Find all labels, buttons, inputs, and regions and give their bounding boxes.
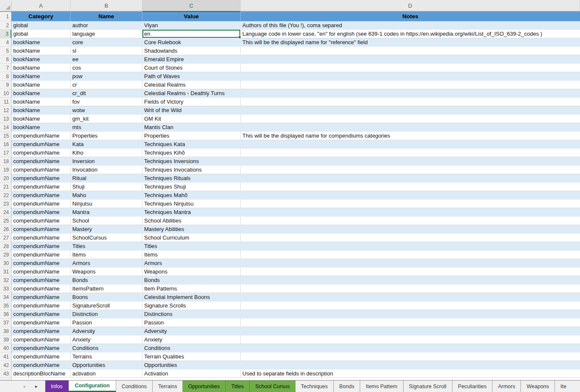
cell-C35[interactable]: Signature Scrolls [142, 302, 241, 310]
cell-C21[interactable]: Techniques Shuji [142, 183, 241, 191]
cell-D24[interactable] [241, 208, 580, 217]
cell-B19[interactable]: Invocation [71, 166, 142, 174]
cell-D35[interactable] [241, 302, 580, 310]
cell-C5[interactable]: Shadowlands [142, 47, 241, 55]
tabs-scroll-left-icon[interactable]: ◄ [22, 384, 26, 389]
cell-B41[interactable]: Terrains [71, 353, 142, 361]
cell-D39[interactable] [241, 336, 580, 344]
row-header-38[interactable]: 38 [0, 327, 11, 336]
cell-C22[interactable]: Techniques Mahõ [142, 191, 241, 200]
cell-B16[interactable]: Kata [71, 140, 142, 149]
cell-A34[interactable]: compendiumName [11, 293, 71, 302]
cell-C6[interactable]: Emerald Empire [142, 55, 241, 64]
row-header-30[interactable]: 30 [0, 259, 11, 268]
cell-D2[interactable]: Authors of this file (You !), coma separ… [241, 21, 580, 30]
cell-C42[interactable]: Opportunities [142, 361, 241, 369]
cell-A10[interactable]: bookName [11, 89, 71, 98]
cell-D19[interactable] [241, 166, 580, 174]
cell-B13[interactable]: gm_kit [71, 115, 142, 123]
column-header-b[interactable]: B [71, 0, 142, 12]
cell-B4[interactable]: core [71, 38, 142, 47]
cell-B39[interactable]: Anxiety [71, 336, 142, 344]
cell-B11[interactable]: fov [71, 98, 142, 106]
cell-D11[interactable] [241, 98, 580, 106]
cell-C11[interactable]: Fields of Victory [142, 98, 241, 106]
cell-C14[interactable]: Mantis Clan [142, 123, 241, 132]
cell-B8[interactable]: pow [71, 72, 142, 81]
cell-D16[interactable] [241, 140, 580, 149]
sheet-tab-conditions[interactable]: Conditions [116, 381, 152, 392]
cell-A33[interactable]: compendiumName [11, 285, 71, 293]
row-header-11[interactable]: 11 [0, 98, 11, 106]
row-header-12[interactable]: 12 [0, 106, 11, 115]
row-header-16[interactable]: 16 [0, 140, 11, 149]
cell-A8[interactable]: bookName [11, 72, 71, 81]
cell-B43[interactable]: activation [71, 369, 142, 378]
cell-B21[interactable]: Shuji [71, 183, 142, 191]
cell-C19[interactable]: Techniques Invocations [142, 166, 241, 174]
cell-B9[interactable]: cr [71, 81, 142, 89]
cell-D29[interactable] [241, 251, 580, 259]
cell-C33[interactable]: Item Patterns [142, 285, 241, 293]
cell-B35[interactable]: SignatureScroll [71, 302, 142, 310]
cell-A31[interactable]: compendiumName [11, 268, 71, 276]
sheet-tab-opportunities[interactable]: Opportunities [182, 381, 225, 392]
cell-D43[interactable]: Used to separate fields in description [241, 369, 580, 378]
header-cell-notes[interactable]: Notes [241, 12, 580, 21]
cell-B33[interactable]: ItemsPattern [71, 285, 142, 293]
cell-B40[interactable]: Conditions [71, 344, 142, 353]
cell-A22[interactable]: compendiumName [11, 191, 71, 200]
cell-B5[interactable]: sl [71, 47, 142, 55]
cell-A41[interactable]: compendiumName [11, 353, 71, 361]
sheet-tab-configuration[interactable]: Configuration [68, 381, 116, 392]
cell-A2[interactable]: global [11, 21, 71, 30]
row-header-24[interactable]: 24 [0, 208, 11, 217]
cell-A26[interactable]: compendiumName [11, 225, 71, 234]
cell-C16[interactable]: Techniques Kata [142, 140, 241, 149]
cell-B34[interactable]: Boons [71, 293, 142, 302]
cell-D31[interactable] [241, 268, 580, 276]
row-header-5[interactable]: 5 [0, 47, 11, 55]
row-header-33[interactable]: 33 [0, 285, 11, 293]
cell-A12[interactable]: bookName [11, 106, 71, 115]
cell-B10[interactable]: cr_dlt [71, 89, 142, 98]
cell-A4[interactable]: bookName [11, 38, 71, 47]
row-header-4[interactable]: 4 [0, 38, 11, 47]
cell-A11[interactable]: bookName [11, 98, 71, 106]
row-header-18[interactable]: 18 [0, 157, 11, 166]
row-header-23[interactable]: 23 [0, 200, 11, 208]
selected-cell-C3[interactable]: en [142, 30, 241, 38]
row-header-15[interactable]: 15 [0, 132, 11, 140]
cell-B25[interactable]: School [71, 217, 142, 225]
cell-D13[interactable] [241, 115, 580, 123]
row-header-39[interactable]: 39 [0, 336, 11, 344]
cell-D7[interactable] [241, 64, 580, 72]
sheet-tab-infos[interactable]: Infos [45, 381, 68, 392]
cell-B26[interactable]: Mastery [71, 225, 142, 234]
cell-B7[interactable]: cos [71, 64, 142, 72]
cell-B20[interactable]: Ritual [71, 174, 142, 183]
cell-A24[interactable]: compendiumName [11, 208, 71, 217]
cell-C7[interactable]: Court of Stones [142, 64, 241, 72]
cell-D18[interactable] [241, 157, 580, 166]
cell-A35[interactable]: compendiumName [11, 302, 71, 310]
column-header-a[interactable]: A [11, 0, 71, 12]
cell-A25[interactable]: compendiumName [11, 217, 71, 225]
cell-C27[interactable]: School Curriculum [142, 234, 241, 242]
cell-A43[interactable]: descriptionBlocName [11, 369, 71, 378]
cell-D20[interactable] [241, 174, 580, 183]
row-header-34[interactable]: 34 [0, 293, 11, 302]
row-header-8[interactable]: 8 [0, 72, 11, 81]
cell-B38[interactable]: Adversity [71, 327, 142, 336]
cell-D30[interactable] [241, 259, 580, 268]
row-header-32[interactable]: 32 [0, 276, 11, 285]
cell-A28[interactable]: compendiumName [11, 242, 71, 251]
cell-C28[interactable]: Titles [142, 242, 241, 251]
cell-C40[interactable]: Conditions [142, 344, 241, 353]
cell-B30[interactable]: Armors [71, 259, 142, 268]
sheet-tab-school-cursus[interactable]: School Cursus [249, 381, 295, 392]
cell-D28[interactable] [241, 242, 580, 251]
cell-A15[interactable]: compendiumName [11, 132, 71, 140]
cell-D33[interactable] [241, 285, 580, 293]
cell-A29[interactable]: compendiumName [11, 251, 71, 259]
